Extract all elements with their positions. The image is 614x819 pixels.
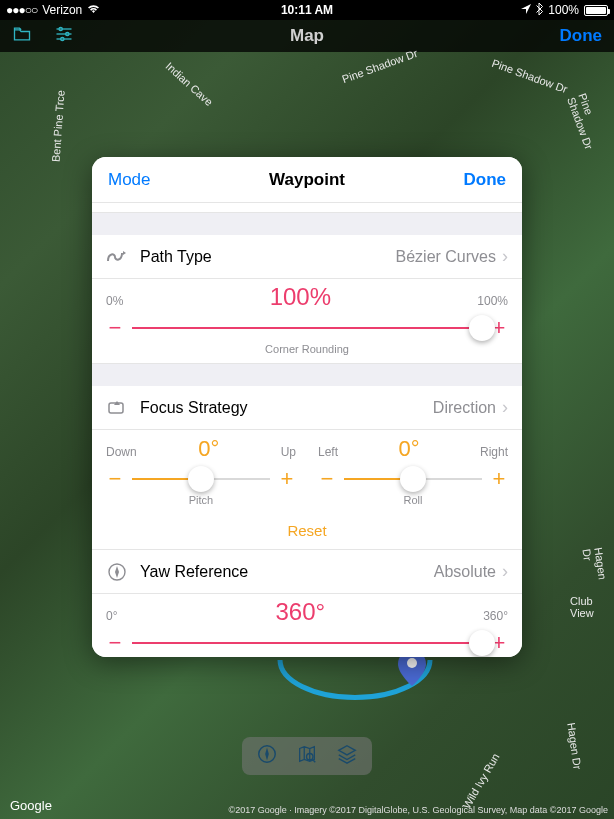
focus-value: Direction (433, 399, 496, 417)
street-label: Hagen Dr (565, 722, 583, 770)
reset-button[interactable]: Reset (92, 514, 522, 550)
panel-title: Waypoint (92, 170, 522, 190)
cr-slider[interactable] (132, 316, 482, 340)
status-time: 10:11 AM (0, 3, 614, 17)
yaw-max-label: 360° (483, 609, 508, 623)
waypoint-panel: Mode Waypoint Done Path Type Bézier Curv… (92, 157, 522, 657)
street-label: Pine Shadow Dr (490, 57, 569, 95)
path-icon (106, 249, 128, 265)
street-label: Club View (570, 595, 614, 619)
roll-value: 0° (338, 436, 480, 462)
map-layers-icon[interactable] (336, 743, 358, 769)
pitch-down-label: Down (106, 445, 137, 459)
google-logo: Google (10, 798, 52, 813)
pitch-plus-button[interactable]: + (278, 466, 296, 492)
pitch-value: 0° (137, 436, 281, 462)
focus-icon (106, 399, 128, 417)
compass-icon (106, 562, 128, 582)
map-attribution: ©2017 Google · Imagery ©2017 DigitalGlob… (229, 805, 608, 815)
pitch-slider[interactable] (132, 467, 270, 491)
map-map-icon[interactable] (296, 743, 318, 769)
map-tool-pill (242, 737, 372, 775)
roll-plus-button[interactable]: + (490, 466, 508, 492)
pitch-caption: Pitch (106, 494, 296, 506)
cr-caption: Corner Rounding (106, 343, 508, 355)
pitch-roll-block: Down 0° Up − + Pitch Left (92, 430, 522, 514)
street-label: Indian Cave (164, 60, 216, 108)
cr-minus-button[interactable]: − (106, 315, 124, 341)
street-label: Bent Pine Trce (50, 90, 67, 163)
yaw-minus-button[interactable]: − (106, 630, 124, 656)
nav-bar: Map Done (0, 20, 614, 52)
roll-caption: Roll (318, 494, 508, 506)
cr-value: 100% (123, 283, 477, 311)
street-label: Pine Shadow Dr (565, 92, 607, 153)
nav-title: Map (0, 26, 614, 46)
yaw-value: 360° (117, 598, 483, 626)
yaw-block: 0° 360° 360° − + Yaw (92, 594, 522, 657)
path-type-value: Bézier Curves (396, 248, 496, 266)
battery-icon (584, 5, 608, 16)
status-bar: ●●●○○ Verizon 10:11 AM 100% (0, 0, 614, 20)
roll-left-label: Left (318, 445, 338, 459)
cr-min-label: 0% (106, 294, 123, 308)
chevron-right-icon: › (502, 397, 508, 418)
path-type-label: Path Type (140, 248, 396, 266)
yaw-ref-row[interactable]: Yaw Reference Absolute › (92, 550, 522, 594)
panel-done-button[interactable]: Done (464, 170, 507, 190)
focus-strategy-row[interactable]: Focus Strategy Direction › (92, 386, 522, 430)
yaw-ref-label: Yaw Reference (140, 563, 434, 581)
street-label: Hagen Dr (580, 547, 609, 588)
chevron-right-icon: › (502, 561, 508, 582)
svg-point-6 (407, 658, 417, 668)
focus-label: Focus Strategy (140, 399, 433, 417)
pitch-minus-button[interactable]: − (106, 466, 124, 492)
yaw-min-label: 0° (106, 609, 117, 623)
map-compass-icon[interactable] (256, 743, 278, 769)
chevron-right-icon: › (502, 246, 508, 267)
yaw-ref-value: Absolute (434, 563, 496, 581)
roll-minus-button[interactable]: − (318, 466, 336, 492)
mode-button[interactable]: Mode (108, 170, 151, 190)
roll-slider[interactable] (344, 467, 482, 491)
pitch-up-label: Up (281, 445, 296, 459)
cr-max-label: 100% (477, 294, 508, 308)
path-type-row[interactable]: Path Type Bézier Curves › (92, 235, 522, 279)
street-label: Wild Ivy Run (460, 751, 501, 810)
yaw-slider[interactable] (132, 631, 482, 655)
roll-right-label: Right (480, 445, 508, 459)
nav-done-button[interactable]: Done (560, 26, 603, 46)
street-label: Pine Shadow Dr (340, 47, 419, 85)
corner-rounding-block: 0% 100% 100% − + Corner Rounding (92, 279, 522, 364)
